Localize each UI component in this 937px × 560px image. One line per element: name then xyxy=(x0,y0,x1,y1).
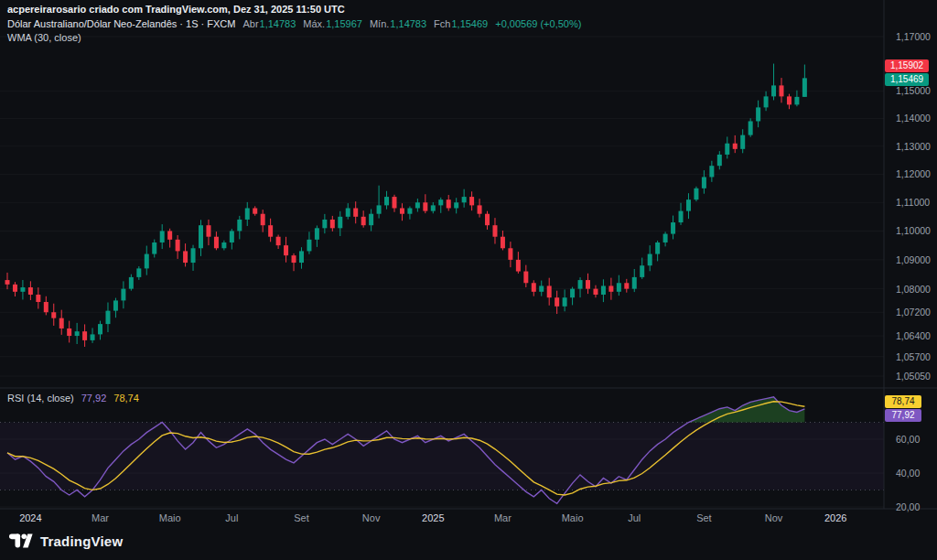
candle-body xyxy=(5,280,10,285)
candle-body xyxy=(648,254,652,266)
candle-body xyxy=(686,199,691,210)
candle-body xyxy=(632,277,637,289)
candle-body xyxy=(447,199,451,208)
candle-body xyxy=(369,214,373,225)
candle-body xyxy=(121,289,125,301)
wma-indicator-legend[interactable]: WMA (30, close) xyxy=(7,32,81,43)
candle-body xyxy=(539,285,544,291)
rsi-axis-label: 40,00 xyxy=(896,468,920,479)
change-value: +0,00569 (+0,50%) xyxy=(495,18,581,29)
time-axis-label: Nov xyxy=(765,512,783,523)
attribution-text: acpereirarosario criado com TradingView.… xyxy=(7,4,345,15)
rsi-legend-title[interactable]: RSI (14, close) xyxy=(7,393,74,404)
candle-body xyxy=(346,208,350,216)
candle-body xyxy=(593,289,598,295)
price-axis-label: 1,07200 xyxy=(896,307,931,318)
candle-body xyxy=(59,318,64,328)
price-axis-label: 1,13000 xyxy=(896,141,931,152)
candle-body xyxy=(523,272,528,284)
candle-body xyxy=(478,205,482,213)
candle-body xyxy=(113,300,118,310)
candle-body xyxy=(136,268,141,277)
candle-body xyxy=(733,144,738,149)
rsi-wma-badge: 78,74 xyxy=(885,395,921,408)
candle-body xyxy=(237,220,242,231)
candle-body xyxy=(322,220,327,228)
candle-body xyxy=(36,295,40,302)
tradingview-branding[interactable]: TradingView xyxy=(9,531,123,551)
price-axis-label: 1,10000 xyxy=(896,225,931,236)
time-axis-label: Maio xyxy=(562,512,584,523)
time-axis-label: Nov xyxy=(362,512,381,523)
symbol-title[interactable]: Dólar Australiano/Dólar Neo-Zelandês · 1… xyxy=(7,18,235,29)
price-axis-label: 1,17000 xyxy=(896,31,931,42)
candle-body xyxy=(160,231,165,242)
candle-body xyxy=(407,208,412,213)
price-axis-label: 1,05050 xyxy=(896,371,931,382)
candle-body xyxy=(617,283,621,292)
candle-body xyxy=(230,231,234,242)
price-axis-label: 1,14000 xyxy=(896,113,931,124)
candle-body xyxy=(663,234,668,242)
rsi-current-value: 77,92 xyxy=(81,393,107,404)
candle-body xyxy=(307,240,311,252)
candle-body xyxy=(44,302,48,312)
candle-body xyxy=(570,289,575,298)
tradingview-logo-icon xyxy=(9,531,33,551)
price-badge-high: 1,15902 xyxy=(885,59,929,72)
candle-body xyxy=(749,121,753,135)
candle-body xyxy=(492,225,497,237)
candle-body xyxy=(206,225,210,237)
main-chart-legend[interactable]: Dólar Australiano/Dólar Neo-Zelandês · 1… xyxy=(7,18,581,29)
candle-body xyxy=(787,96,792,104)
rsi-axis-label: 20,00 xyxy=(896,501,920,512)
candle-body xyxy=(299,251,304,263)
candle-body xyxy=(601,285,606,295)
candle-body xyxy=(802,78,807,97)
candle-body xyxy=(415,202,420,208)
candle-body xyxy=(771,85,776,96)
price-axis-label: 1,05700 xyxy=(896,351,931,362)
price-axis-label: 1,06400 xyxy=(896,330,931,341)
candle-body xyxy=(423,202,427,210)
candle-body xyxy=(199,225,203,248)
candle-body xyxy=(28,287,33,295)
candle-body xyxy=(655,242,660,254)
time-axis-label: 2024 xyxy=(19,512,41,523)
time-axis-label: Set xyxy=(696,512,712,523)
candle-body xyxy=(330,220,335,228)
candle-body xyxy=(679,211,684,222)
rsi-indicator-legend[interactable]: RSI (14, close) 77,92 78,74 xyxy=(7,393,139,404)
candle-body xyxy=(214,237,219,249)
candle-body xyxy=(91,334,95,339)
candle-body xyxy=(756,107,760,121)
price-badge-last: 1,15469 xyxy=(885,73,929,86)
candle-body xyxy=(361,217,366,225)
time-axis-label: Set xyxy=(294,512,309,523)
candle-body xyxy=(624,283,629,288)
candle-body xyxy=(145,254,149,269)
rsi-wma-value: 78,74 xyxy=(113,393,139,404)
candle-body xyxy=(129,277,134,289)
time-axis-label: 2025 xyxy=(422,512,444,523)
candle-body xyxy=(292,255,296,263)
candle-body xyxy=(794,97,799,105)
candle-body xyxy=(516,260,521,272)
candle-body xyxy=(82,331,87,340)
candle-body xyxy=(501,237,505,249)
candle-body xyxy=(640,265,644,277)
candle-body xyxy=(454,202,458,208)
candle-body xyxy=(167,231,172,239)
candle-body xyxy=(764,96,769,107)
rsi-axis-label: 60,00 xyxy=(896,434,920,445)
candle-body xyxy=(702,177,706,188)
candle-body xyxy=(780,85,784,96)
candle-body xyxy=(176,240,180,252)
candle-body xyxy=(75,331,80,336)
chart-canvas[interactable] xyxy=(0,0,937,560)
candle-body xyxy=(508,248,512,260)
price-axis-label: 1,09000 xyxy=(896,254,931,265)
candle-body xyxy=(578,280,583,289)
time-axis-label: 2026 xyxy=(824,512,846,523)
time-axis-label: Jul xyxy=(225,512,238,523)
